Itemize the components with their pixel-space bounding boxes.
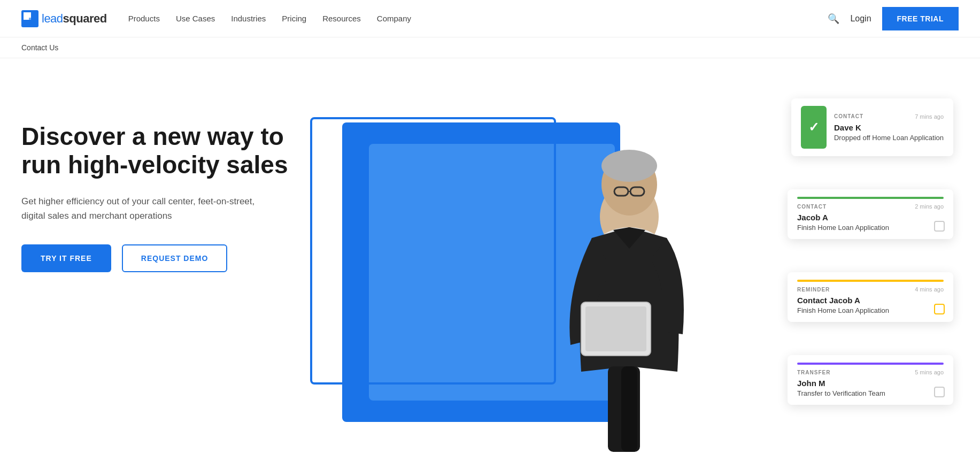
card-2-bar xyxy=(797,197,944,199)
card-3-checkbox[interactable] xyxy=(934,304,945,314)
nav-right: 🔍 Login FREE TRIAL xyxy=(828,7,959,30)
contact-us-link[interactable]: Contact Us xyxy=(21,43,58,52)
card-4-checkbox[interactable] xyxy=(934,387,945,397)
hero-heading: Discover a new way to run high-velocity … xyxy=(21,122,299,179)
card-4-header: TRANSFER 5 mins ago xyxy=(797,369,944,375)
card-2-name: Jacob A xyxy=(797,213,944,222)
card-1-text: CONTACT 7 mins ago Dave K Dropped off Ho… xyxy=(834,113,944,142)
card-3-name: Contact Jacob A xyxy=(797,296,944,305)
green-check-icon xyxy=(801,106,827,149)
card-contact-2: CONTACT 2 mins ago Jacob A Finish Home L… xyxy=(788,189,953,239)
card-2-checkbox[interactable] xyxy=(934,221,945,232)
nav-item-industries[interactable]: Industries xyxy=(231,12,266,25)
logo-icon xyxy=(21,10,38,27)
card-3-time: 4 mins ago xyxy=(915,286,944,293)
card-3-tag: REMINDER xyxy=(797,287,830,293)
nav-item-pricing[interactable]: Pricing xyxy=(282,12,306,25)
logo-text: leadsquared xyxy=(42,12,107,26)
card-2-header: CONTACT 2 mins ago xyxy=(797,203,944,210)
hero-buttons: TRY IT FREE REQUEST DEMO xyxy=(21,244,299,272)
nav-item-resources[interactable]: Resources xyxy=(322,12,361,25)
card-3-header: REMINDER 4 mins ago xyxy=(797,286,944,293)
free-trial-button[interactable]: FREE TRIAL xyxy=(882,7,959,30)
hero-section: Discover a new way to run high-velocity … xyxy=(0,58,980,465)
card-transfer: TRANSFER 5 mins ago John M Transfer to V… xyxy=(788,355,953,405)
hero-right: CONTACT 7 mins ago Dave K Dropped off Ho… xyxy=(299,90,959,465)
card-2-time: 2 mins ago xyxy=(915,203,944,210)
card-1-header: CONTACT 7 mins ago xyxy=(834,113,944,120)
card-3-action: Finish Home Loan Application xyxy=(797,306,944,314)
card-1-action: Dropped off Home Loan Application xyxy=(834,134,944,142)
card-content-1: CONTACT 7 mins ago Dave K Dropped off Ho… xyxy=(801,106,944,149)
card-4-time: 5 mins ago xyxy=(915,369,944,375)
card-2-tag: CONTACT xyxy=(797,204,827,210)
card-4-action: Transfer to Verification Team xyxy=(797,389,944,397)
card-1-tag: CONTACT xyxy=(834,113,863,119)
card-4-bar xyxy=(797,363,944,365)
card-1-name: Dave K xyxy=(834,123,944,132)
nav-item-company[interactable]: Company xyxy=(377,12,411,25)
sub-nav: Contact Us xyxy=(0,37,980,58)
login-link[interactable]: Login xyxy=(850,14,871,24)
card-4-name: John M xyxy=(797,379,944,388)
card-1-time: 7 mins ago xyxy=(915,113,944,120)
svg-rect-13 xyxy=(621,366,637,452)
svg-rect-11 xyxy=(585,306,646,351)
hero-person-image xyxy=(522,131,736,465)
svg-point-5 xyxy=(601,150,657,182)
navbar: leadsquared Products Use Cases Industrie… xyxy=(0,0,980,37)
svg-marker-2 xyxy=(29,18,36,25)
nav-item-use-cases[interactable]: Use Cases xyxy=(176,12,215,25)
nav-item-products[interactable]: Products xyxy=(128,12,160,25)
logo[interactable]: leadsquared xyxy=(21,10,107,27)
search-icon[interactable]: 🔍 xyxy=(828,13,839,25)
card-contact-1: CONTACT 7 mins ago Dave K Dropped off Ho… xyxy=(791,98,953,156)
hero-subtext: Get higher efficiency out of your call c… xyxy=(21,194,267,223)
card-2-action: Finish Home Loan Application xyxy=(797,224,944,232)
card-3-bar xyxy=(797,280,944,282)
card-reminder: REMINDER 4 mins ago Contact Jacob A Fini… xyxy=(788,272,953,322)
nav-links: Products Use Cases Industries Pricing Re… xyxy=(128,12,828,25)
card-4-tag: TRANSFER xyxy=(797,370,830,375)
hero-left: Discover a new way to run high-velocity … xyxy=(21,90,299,272)
try-it-free-button[interactable]: TRY IT FREE xyxy=(21,244,111,272)
request-demo-button[interactable]: REQUEST DEMO xyxy=(122,244,228,272)
